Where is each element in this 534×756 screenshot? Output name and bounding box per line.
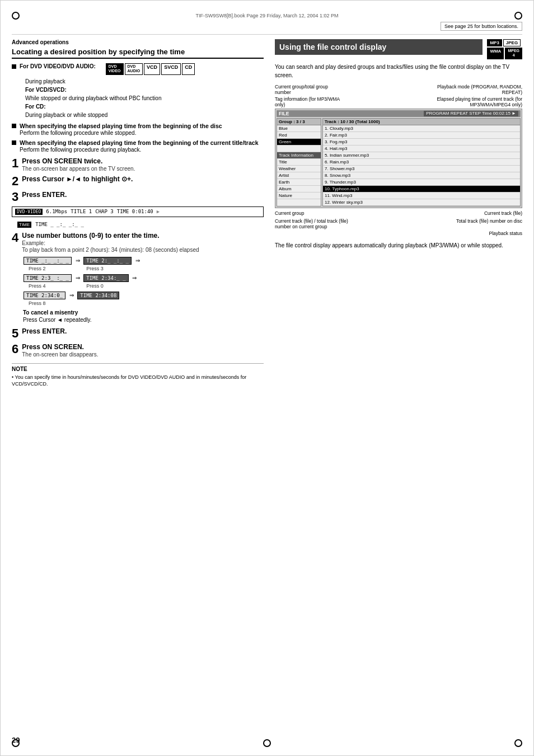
press-0-label: Press 0 [86,283,104,289]
file-ui-header: FILE PROGRAM REPEAT STEP Time 00:02:15 ► [277,110,521,117]
right-section-heading: Using the file control display [275,39,483,55]
step-1: 1 Press ON SCREEN twice. The on-screen b… [12,157,264,172]
bullet-square-1 [12,64,16,69]
osd-title: TITLE 1 [71,209,92,214]
right-column: Using the file control display MP3 JPEG … [275,39,522,388]
badge-svcd: SVCD [161,63,181,75]
ann-top-row: Current group/total group number Playbac… [275,84,522,95]
ann-mid-right: Elapsed playing time of current track (f… [421,96,522,107]
diagram-outer: Current group/total group number Playbac… [275,84,522,236]
main-content: Advanced operations Locating a desired p… [12,39,522,388]
step-3-num: 3 [12,191,18,203]
bottom-annotations: Current group Current track (file) [275,210,522,216]
bullet-item-1: For DVD VIDEO/DVD AUDIO: DVDVIDEO DVDAUD… [12,63,264,119]
bottom-reg-area [12,739,522,747]
osd-chap: CHAP 3 [95,209,114,214]
right-row-9: 9. Thunder.mp3 [323,179,520,186]
reg-mark-bottom-center [263,739,271,747]
badge-vcd: VCD [144,63,160,75]
step-1-num: 1 [12,157,18,170]
detail-2: For VCD/SVCD: [25,87,67,93]
right-desc: You can search and play desired groups a… [275,63,522,79]
time-examples: TIME _:_ _:_ _ ⇒ TIME 2:_ _:_ _ ⇒ Press … [23,256,264,323]
right-row-4: 4. Hail.mp3 [323,145,520,152]
bullet-1-details: During playback For VCD/SVCD: While stop… [25,77,195,119]
note-text: • You can specify time in hours/minutes/… [12,374,264,388]
example-label: Example: [22,240,264,246]
osd-time-input: TIME _ _:_ _:_ _ [35,222,84,227]
left-row-album: Album [277,186,321,192]
badge-cd: CD [182,63,195,75]
left-row-title: Title [277,159,321,166]
right-format-badges: MP3 JPEG WMA MPEG4 [487,39,522,59]
step-4-title: Use number buttons (0-9) to enter the ti… [22,232,264,240]
step-1-title: Press ON SCREEN twice. [22,157,264,165]
left-row-earth: Earth [277,179,321,186]
osd-time-input-row: TIME TIME _ _:_ _:_ _ [17,220,264,227]
reg-mark-bottom-right [514,739,522,747]
time-example-3: TIME 2:34:0_ ⇒ TIME 2:34:08 Press 8 [23,291,264,306]
step-6-content: Press ON SCREEN. The on-screen bar disap… [22,343,264,358]
step-2-title: Press Cursor ►/◄ to highlight ⊙+. [22,175,264,183]
step-4: 4 Use number buttons (0-9) to enter the … [12,232,264,253]
badge-wma: WMA [487,48,504,59]
press-4-label: Press 4 [29,283,46,289]
header-filename: TIF-SW9SW8[B].book Page 29 Friday, March… [196,13,339,18]
osd-mbps: 6.1Mbps [46,209,67,214]
badge-dvd-audio: DVDAUDIO [125,63,143,75]
arrow-3: ⇒ [76,275,80,281]
bullet-3-detail: Perform the following procedure during p… [20,147,141,153]
ann-mid-row: Tag information (for MP3/WMA only) Elaps… [275,96,522,107]
detail-1: During playback [25,78,65,84]
ann-bottom-left1: Current group [275,210,304,216]
time-before-3: TIME 2:34:0_ [24,292,65,299]
format-badges: DVDVIDEO DVDAUDIO VCD SVCD CD [106,63,195,75]
step-3-content: Press ENTER. [22,191,264,199]
ann-bottom-right2: Total track (file) number on disc [456,218,522,229]
cancel-heading: To cancel a misentry [23,309,264,316]
right-row-1: 1. Cloudy.mp3 [323,125,520,132]
arrow-2: ⇒ [135,257,140,264]
time-after-3: TIME 2:34:08 [77,292,119,299]
step-1-content: Press ON SCREEN twice. The on-screen bar… [22,157,264,172]
step-6-title: Press ON SCREEN. [22,343,264,351]
step-5: 5 Press ENTER. [12,327,264,340]
header-bar: See page 25 for button locations. [12,22,522,35]
osd-time-label: TIME [17,222,31,228]
step-4-content: Use number buttons (0-9) to enter the ti… [22,232,264,253]
time-example-1: TIME _:_ _:_ _ ⇒ TIME 2:_ _:_ _ ⇒ Press … [23,256,264,271]
detail-5: During playback or while stopped [25,112,107,118]
step-3: 3 Press ENTER. [12,191,264,203]
right-footer-text: The file control display appears automat… [275,242,522,250]
badge-row-1: MP3 JPEG [487,39,522,46]
file-ui: FILE PROGRAM REPEAT STEP Time 00:02:15 ►… [275,109,522,208]
left-row-green: Green [277,139,321,145]
left-row-weather: Weather [277,166,321,172]
bullet-3-content: When specifying the elapsed playing time… [20,139,258,153]
bullet-3-label: When specifying the elapsed playing time… [20,139,258,146]
step-4-num: 4 [12,232,18,244]
right-row-5: 5. Indian summer.mp3 [323,152,520,159]
step-6-num: 6 [12,343,18,355]
bullet-2-label: When specifying the elapsed playing time… [20,123,222,129]
osd-mode: DVD-VIDEO [15,209,43,215]
bullet-square-2 [12,124,16,128]
left-row-blue: Blue [277,125,321,132]
header-note: See page 25 for button locations. [441,22,522,31]
file-header-right: PROGRAM REPEAT STEP Time 00:02:15 ► [424,111,518,116]
badge-mpeg4: MPEG4 [505,48,522,59]
time-after-1: TIME 2:_ _:_ _ [83,257,132,265]
detail-4: For CD: [25,104,46,110]
left-row-empty [277,145,321,152]
bullet-item-3: When specifying the elapsed playing time… [12,139,264,153]
press-8-label: Press 8 [29,300,46,306]
ann-mid-left: Tag information (for MP3/WMA only) [275,96,342,107]
step-2: 2 Press Cursor ►/◄ to highlight ⊙+. [12,175,264,187]
arrow-1: ⇒ [76,257,80,264]
ann-playback-status: Playback status [275,231,522,236]
badge-mp3: MP3 [487,39,502,46]
top-registration-area: TIF-SW9SW8[B].book Page 29 Friday, March… [12,12,522,20]
right-row-10: 10. Typhoon.mp3 [323,186,520,192]
bullet-1-label: For DVD VIDEO/DVD AUDIO: [20,63,96,69]
advanced-operations-label: Advanced operations [12,39,264,45]
